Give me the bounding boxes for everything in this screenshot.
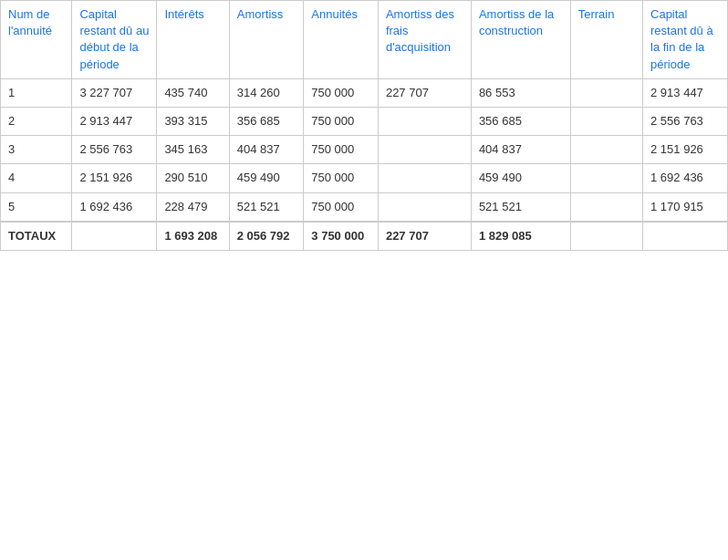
cell-totaux-amortiss: 2 056 792 xyxy=(229,222,304,251)
cell-num: 5 xyxy=(1,192,72,222)
cell-num: 1 xyxy=(1,78,72,107)
cell-totaux-capital-debut xyxy=(72,222,157,251)
cell-capital-debut: 3 227 707 xyxy=(72,78,157,107)
cell-frais xyxy=(378,192,471,222)
cell-capital-debut: 2 913 447 xyxy=(72,107,157,135)
cell-annuites: 750 000 xyxy=(304,192,379,222)
cell-frais: 227 707 xyxy=(378,78,471,107)
cell-frais xyxy=(378,107,471,135)
cell-totaux-frais: 227 707 xyxy=(378,222,471,251)
cell-annuites: 750 000 xyxy=(304,78,379,107)
cell-interets: 228 479 xyxy=(157,192,229,222)
header-terrain: Terrain xyxy=(570,1,642,79)
header-annuites: Annuités xyxy=(304,1,379,79)
cell-capital-fin: 2 151 926 xyxy=(643,136,728,164)
header-interets: Intérêts xyxy=(157,1,229,79)
cell-annuites: 750 000 xyxy=(304,164,379,192)
cell-capital-debut: 1 692 436 xyxy=(72,192,157,222)
cell-amortiss: 521 521 xyxy=(229,192,304,222)
cell-amortiss: 356 685 xyxy=(229,107,304,135)
cell-construction: 356 685 xyxy=(471,107,570,135)
amortization-table: Num de l'annuité Capital restant dû au d… xyxy=(0,0,728,251)
cell-amortiss: 404 837 xyxy=(229,136,304,164)
cell-interets: 345 163 xyxy=(157,136,229,164)
cell-annuites: 750 000 xyxy=(304,136,379,164)
cell-num: 3 xyxy=(1,136,72,164)
cell-capital-fin: 1 692 436 xyxy=(643,164,728,192)
cell-frais xyxy=(378,136,471,164)
cell-terrain xyxy=(570,78,642,107)
cell-construction: 521 521 xyxy=(471,192,570,222)
table-row: 51 692 436228 479521 521750 000521 5211 … xyxy=(1,192,728,222)
cell-terrain xyxy=(570,136,642,164)
cell-terrain xyxy=(570,107,642,135)
cell-terrain xyxy=(570,164,642,192)
header-row: Num de l'annuité Capital restant dû au d… xyxy=(1,1,728,79)
cell-capital-fin: 1 170 915 xyxy=(643,192,728,222)
header-amortiss: Amortiss xyxy=(229,1,304,79)
cell-interets: 393 315 xyxy=(157,107,229,135)
totaux-row: TOTAUX1 693 2082 056 7923 750 000227 707… xyxy=(1,222,728,251)
table-row: 22 913 447393 315356 685750 000356 6852 … xyxy=(1,107,728,135)
table-row: 42 151 926290 510459 490750 000459 4901 … xyxy=(1,164,728,192)
cell-construction: 86 553 xyxy=(471,78,570,107)
table-row: 13 227 707435 740314 260750 000227 70786… xyxy=(1,78,728,107)
cell-capital-debut: 2 151 926 xyxy=(72,164,157,192)
cell-totaux-label: TOTAUX xyxy=(1,222,72,251)
cell-totaux-annuites: 3 750 000 xyxy=(304,222,379,251)
header-frais: Amortiss des frais d'acquisition xyxy=(378,1,471,79)
cell-totaux-terrain xyxy=(570,222,642,251)
cell-annuites: 750 000 xyxy=(304,107,379,135)
cell-num: 4 xyxy=(1,164,72,192)
header-construction: Amortiss de la construction xyxy=(471,1,570,79)
table-row: 32 556 763345 163404 837750 000404 8372 … xyxy=(1,136,728,164)
cell-interets: 435 740 xyxy=(157,78,229,107)
cell-totaux-construction: 1 829 085 xyxy=(471,222,570,251)
header-capital-debut: Capital restant dû au début de la périod… xyxy=(72,1,157,79)
cell-interets: 290 510 xyxy=(157,164,229,192)
cell-capital-debut: 2 556 763 xyxy=(72,136,157,164)
cell-terrain xyxy=(570,192,642,222)
cell-totaux-capital-fin xyxy=(643,222,728,251)
cell-num: 2 xyxy=(1,107,72,135)
cell-construction: 404 837 xyxy=(471,136,570,164)
header-num: Num de l'annuité xyxy=(1,1,72,79)
cell-construction: 459 490 xyxy=(471,164,570,192)
cell-amortiss: 459 490 xyxy=(229,164,304,192)
cell-frais xyxy=(378,164,471,192)
cell-capital-fin: 2 913 447 xyxy=(643,78,728,107)
cell-capital-fin: 2 556 763 xyxy=(643,107,728,135)
cell-totaux-interets: 1 693 208 xyxy=(157,222,229,251)
cell-amortiss: 314 260 xyxy=(229,78,304,107)
header-capital-fin: Capital restant dû à la fin de la périod… xyxy=(643,1,728,79)
